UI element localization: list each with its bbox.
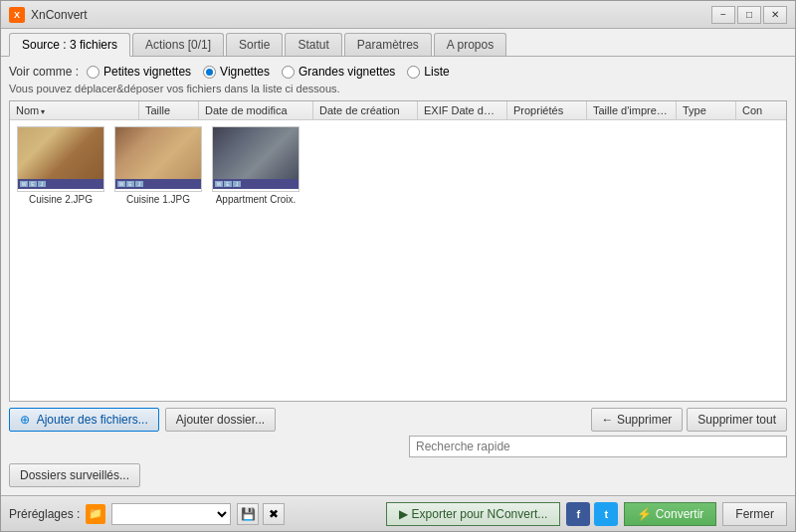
file-name-1: Cuisine 2.JPG: [29, 194, 93, 205]
radio-large: [282, 66, 295, 79]
thumb-preview-2: [115, 127, 201, 179]
save-preset-icon[interactable]: 💾: [237, 503, 259, 525]
radio-small: [87, 66, 100, 79]
footer-bar: Préréglages : 📁 💾 ✖ ▶ Exporter pour NCon…: [1, 495, 795, 531]
column-headers: Nom▾ Taille Date de modifica Date de cré…: [10, 101, 786, 120]
folder-icon: 📁: [89, 507, 102, 520]
export-arrow-icon: ▶: [399, 507, 408, 521]
preset-folder-icon[interactable]: 📁: [86, 504, 105, 524]
watched-row: Dossiers surveillés...: [9, 463, 787, 487]
radio-medium: [203, 66, 216, 79]
main-window: X XnConvert − □ ✕ Source : 3 fichiers Ac…: [0, 0, 796, 532]
view-label: Voir comme :: [9, 65, 79, 79]
thumbnail-image-3: W E J: [212, 126, 299, 192]
facebook-icon[interactable]: f: [566, 502, 590, 526]
col-header-exif: EXIF Date de pris: [418, 101, 507, 119]
thumb-preview-1: [18, 127, 103, 179]
minimize-button[interactable]: −: [711, 6, 735, 24]
add-files-icon: ⊕: [20, 413, 30, 427]
col-header-props: Propriétés: [507, 101, 587, 119]
thumbnail-image-1: W E J: [17, 126, 104, 192]
thumb-dot-3c: J: [233, 181, 241, 187]
sort-arrow-icon: ▾: [41, 107, 45, 116]
add-files-button[interactable]: ⊕ Ajouter des fichiers...: [9, 408, 159, 432]
bottom-controls: ⊕ Ajouter des fichiers... Ajouter dossie…: [9, 408, 787, 432]
thumb-preview-3: [213, 127, 298, 179]
view-large-option[interactable]: Grandes vignettes: [282, 65, 395, 79]
search-row: [9, 436, 787, 457]
search-input[interactable]: [409, 436, 787, 457]
tab-actions[interactable]: Actions [0/1]: [132, 33, 224, 56]
thumb-dot-1b: E: [29, 181, 37, 187]
presets-label: Préréglages :: [9, 507, 80, 521]
list-item[interactable]: W E J Cuisine 1.JPG: [113, 126, 203, 205]
col-header-type: Type: [677, 101, 736, 119]
tabs-bar: Source : 3 fichiers Actions [0/1] Sortie…: [1, 29, 795, 57]
view-list-option[interactable]: Liste: [407, 65, 449, 79]
window-controls: − □ ✕: [711, 6, 787, 24]
thumb-bar-3: W E J: [213, 179, 298, 189]
delete-all-button[interactable]: Supprimer tout: [687, 408, 787, 432]
tab-apropos[interactable]: A propos: [434, 33, 506, 56]
thumb-dot-2c: J: [135, 181, 143, 187]
add-folder-button[interactable]: Ajouter dossier...: [165, 408, 276, 432]
thumb-dot-1a: W: [20, 181, 28, 187]
col-header-creation: Date de création: [313, 101, 418, 119]
file-list-container: Nom▾ Taille Date de modifica Date de cré…: [9, 100, 787, 402]
col-header-modif: Date de modifica: [199, 101, 313, 119]
view-medium-option[interactable]: Vignettes: [203, 65, 270, 79]
export-button[interactable]: ▶ Exporter pour NConvert...: [386, 502, 561, 526]
view-small-option[interactable]: Petites vignettes: [87, 65, 191, 79]
tab-sortie[interactable]: Sortie: [226, 33, 283, 56]
watched-folders-button[interactable]: Dossiers surveillés...: [9, 463, 140, 487]
maximize-button[interactable]: □: [737, 6, 761, 24]
tab-statut[interactable]: Statut: [285, 33, 341, 56]
convert-button[interactable]: ⚡ Convertir: [624, 502, 716, 526]
col-header-nom[interactable]: Nom▾: [10, 101, 139, 119]
thumb-dot-2a: W: [117, 181, 125, 187]
delete-button[interactable]: ← Supprimer: [591, 408, 684, 432]
radio-list: [407, 66, 420, 79]
twitter-icon[interactable]: t: [594, 502, 618, 526]
app-icon: X: [9, 7, 25, 23]
search-area: ← Supprimer Supprimer tout: [282, 408, 787, 432]
col-header-con: Con: [736, 101, 787, 119]
hint-text: Vous pouvez déplacer&déposer vos fichier…: [9, 83, 787, 94]
tab-parametres[interactable]: Paramètres: [344, 33, 432, 56]
list-item[interactable]: W E J Cuisine 2.JPG: [16, 126, 105, 205]
list-item[interactable]: W E J Appartment Croix.: [211, 126, 300, 205]
col-header-taille: Taille: [139, 101, 199, 119]
thumbnail-image-2: W E J: [114, 126, 202, 192]
thumb-dot-3b: E: [224, 181, 232, 187]
thumb-dot-3a: W: [215, 181, 223, 187]
thumb-dot-2b: E: [126, 181, 134, 187]
footer-icon-group: 💾 ✖: [237, 503, 285, 525]
content-area: Voir comme : Petites vignettes Vignettes…: [1, 57, 795, 495]
delete-preset-icon[interactable]: ✖: [263, 503, 285, 525]
thumb-bar-1: W E J: [18, 179, 103, 189]
social-icons: f t: [566, 502, 618, 526]
view-options-bar: Voir comme : Petites vignettes Vignettes…: [9, 65, 787, 79]
thumb-bar-2: W E J: [115, 179, 201, 189]
preset-select[interactable]: [111, 503, 231, 525]
thumb-dot-1c: J: [38, 181, 46, 187]
window-title: XnConvert: [31, 8, 711, 22]
view-radio-group: Petites vignettes Vignettes Grandes vign…: [87, 65, 450, 79]
title-bar: X XnConvert − □ ✕: [1, 1, 795, 29]
file-name-3: Appartment Croix.: [216, 194, 297, 205]
close-footer-button[interactable]: Fermer: [722, 502, 787, 526]
files-area[interactable]: W E J Cuisine 2.JPG W E J: [10, 120, 786, 401]
col-header-impression: Taille d'impressio: [587, 101, 677, 119]
tab-source[interactable]: Source : 3 fichiers: [9, 33, 130, 57]
close-button[interactable]: ✕: [763, 6, 787, 24]
file-name-2: Cuisine 1.JPG: [126, 194, 190, 205]
